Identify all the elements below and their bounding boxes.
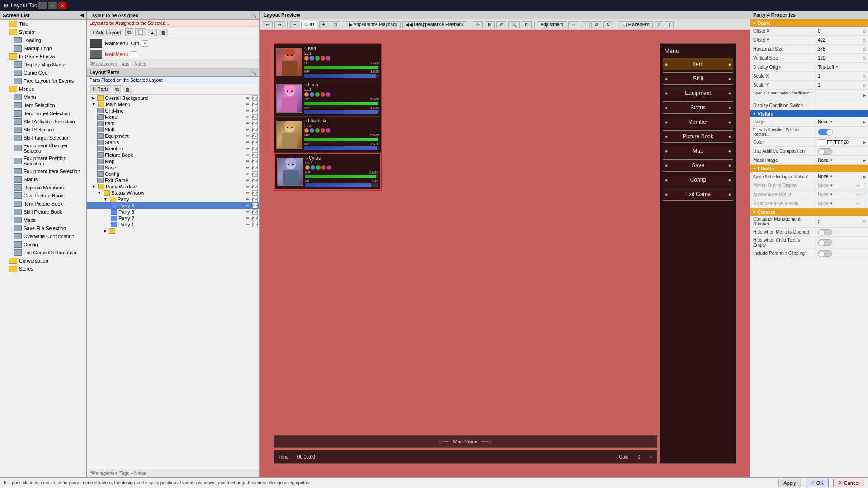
tree-check[interactable]: ✓ <box>252 178 258 183</box>
tree-item-member[interactable]: Member ✏ ✓ <box>87 145 259 152</box>
nav-icon[interactable]: ⊙ <box>863 219 866 224</box>
tool-5[interactable]: ⊡ <box>522 21 532 28</box>
tree-item-save[interactable]: Save ✏ ✓ <box>87 164 259 171</box>
sl-item-skillact[interactable]: Skill Activator Selection <box>0 117 86 126</box>
tree-item-party2[interactable]: Party 2 ✏ ✓ <box>87 215 259 221</box>
tree-item-grid-line[interactable]: Grid-line ✏ ✓ <box>87 108 259 114</box>
layout-item-orb[interactable]: MainMenu_Orb ✓ <box>87 38 259 49</box>
tree-item-party[interactable]: ▼ Party ✏ ✓ <box>87 196 259 202</box>
props-section-basic[interactable]: ● Basic <box>750 19 868 27</box>
tree-check[interactable]: ✓ <box>252 95 258 101</box>
props-section-control[interactable]: ● Control <box>750 208 868 216</box>
tool-1[interactable]: ⊹ <box>473 21 483 28</box>
sl-item-equipitem[interactable]: Equipment Item Selection <box>0 167 86 175</box>
tool-3[interactable]: ✐ <box>496 21 506 28</box>
prop-value[interactable]: 3 ⊙ <box>816 218 868 225</box>
color-picker-row[interactable]: FFFFFF20 <box>818 139 849 145</box>
tree-check[interactable]: ✓ <box>252 114 258 120</box>
nav-icon[interactable]: ▶ <box>863 158 866 163</box>
sl-item-skillpic[interactable]: Skill Picture Book <box>0 208 86 216</box>
sl-item-title[interactable]: Title <box>0 20 86 28</box>
edit-icon[interactable]: ✏ <box>246 102 250 107</box>
import-button[interactable]: ⤵ <box>665 21 674 28</box>
prop-value[interactable] <box>816 147 868 155</box>
prop-value[interactable]: None ▼ ✏ 📄 <box>816 200 868 207</box>
prop-value[interactable] <box>816 239 868 247</box>
layout-check[interactable]: ✓ <box>142 40 148 47</box>
tree-item-skill[interactable]: Skill ✏ ✓ <box>87 127 259 133</box>
sl-item-gameover[interactable]: Game Over <box>0 69 86 77</box>
tree-item-status[interactable]: Status ✏ ✓ <box>87 139 259 145</box>
maximize-button[interactable]: □ <box>48 2 57 9</box>
adjustment-button[interactable]: Adjustment <box>538 21 566 28</box>
disappearance-play-button[interactable]: ◀◀ Disappearance Playback <box>402 21 467 28</box>
zoom-input[interactable]: 0.80 <box>301 21 317 28</box>
prop-value[interactable]: None ▼ ▶ <box>816 157 868 164</box>
cancel-button[interactable]: ✕ Cancel <box>833 479 864 487</box>
flip-h-button[interactable]: ↔ <box>568 21 579 28</box>
appear-dropdown[interactable]: None ▼ <box>818 192 833 197</box>
search-parts-icon[interactable]: 🔍 <box>250 69 257 75</box>
prop-value[interactable]: FFFFFF20 ▶ <box>816 138 868 146</box>
clipping-toggle[interactable] <box>818 250 832 257</box>
nav-icon[interactable]: ⊙ <box>863 83 866 88</box>
undo-button[interactable]: ↩ <box>263 21 273 28</box>
edit-icon[interactable]: ✏ <box>246 108 250 113</box>
origin-dropdown[interactable]: Top-Left ▼ <box>818 65 839 70</box>
nav-icon[interactable]: ✏ 📄 <box>856 202 866 206</box>
preview-canvas[interactable]: ◇ Ken Lv.1 HP79/80 <box>260 30 750 477</box>
sl-item-stores[interactable]: Stores <box>0 265 86 273</box>
prop-value[interactable]: 1 ⊙ <box>816 73 868 80</box>
sl-item-skilltarget[interactable]: Skill Target Selection <box>0 134 86 142</box>
tree-check[interactable]: ✓ <box>252 159 258 164</box>
prop-value[interactable]: 378 ⊙ <box>816 46 868 52</box>
props-section-effects[interactable]: ● Effects <box>750 165 868 172</box>
tree-check[interactable]: ✓ <box>252 140 258 145</box>
flip-v-button[interactable]: ↕ <box>581 21 590 28</box>
add-parts-button[interactable]: ✚ Parts <box>90 85 111 93</box>
close-button[interactable]: ✕ <box>58 2 66 9</box>
tree-item-picture-book[interactable]: Picture Book ✏ ✓ <box>87 152 259 158</box>
tree-check[interactable]: ✓ <box>252 222 258 227</box>
tree-item-exit-game[interactable]: Exit Game ✏ ✓ <box>87 177 259 183</box>
edit-icon[interactable]: ✏ <box>246 146 250 151</box>
screen-list-content[interactable]: Title System Loading Startup Logo In-Gam… <box>0 20 86 477</box>
tree-item-menu[interactable]: Menu ✏ ✓ <box>87 114 259 120</box>
menu-config-button[interactable]: Config <box>663 174 733 186</box>
edit-icon[interactable]: ✏ <box>246 159 250 164</box>
prop-value[interactable]: Top-Left ▼ <box>816 64 868 70</box>
prop-value[interactable]: None ▼ ✏ 📄 <box>816 191 868 198</box>
tool-2[interactable]: ⊞ <box>485 21 495 28</box>
tree-check[interactable]: ✓ <box>252 108 258 113</box>
appearance-play-button[interactable]: ▶ Appearance Playback <box>346 21 401 28</box>
menu-picturebook-button[interactable]: Picture Book <box>663 130 733 143</box>
delete-layout-button[interactable]: 🗑 <box>159 29 168 36</box>
copy-layout-button[interactable]: ⧉ <box>125 28 133 36</box>
sl-item-exitgame[interactable]: Exit Game Confirmation <box>0 249 86 257</box>
edit-icon[interactable]: ✏ <box>246 153 250 157</box>
tree-check[interactable]: ✓ <box>252 184 258 189</box>
paste-layout-button[interactable]: 📋 <box>135 28 146 36</box>
sl-item-itemsel[interactable]: Item Selection <box>0 101 86 109</box>
edit-icon[interactable]: ✏ <box>246 134 250 138</box>
prop-value[interactable] <box>816 128 868 136</box>
sl-item-replace[interactable]: Replace Members <box>0 183 86 192</box>
menu-item-button[interactable]: Item <box>663 58 733 70</box>
layout-item-mainmenu[interactable]: MainMenu <box>87 49 259 60</box>
prop-value[interactable]: 1 ⊙ <box>816 82 868 89</box>
sl-item-ingame[interactable]: In-Game Effects <box>0 52 86 61</box>
menu-status-button[interactable]: Status <box>663 101 733 114</box>
prop-value[interactable]: None ▼ ✏ 📄 <box>816 182 868 189</box>
nav-icon[interactable]: ▶ <box>863 140 866 145</box>
sl-item-equipchanger[interactable]: Equipment Changer Selectio <box>0 142 86 155</box>
tree-check[interactable]: ✓ <box>252 127 258 132</box>
nav-icon[interactable]: ▶ <box>863 93 866 98</box>
sl-item-freelayout[interactable]: Free Layout for Events <box>0 77 86 85</box>
minimize-button[interactable]: — <box>38 2 47 9</box>
tree-check[interactable]: ✓ <box>252 216 258 221</box>
hide-menu-toggle[interactable] <box>818 229 832 235</box>
prop-value[interactable] <box>816 228 868 236</box>
tree-check[interactable]: ✓ <box>252 165 258 170</box>
sprite-dropdown[interactable]: None ▼ <box>818 174 833 179</box>
tree-check[interactable]: ✓ <box>252 190 258 196</box>
